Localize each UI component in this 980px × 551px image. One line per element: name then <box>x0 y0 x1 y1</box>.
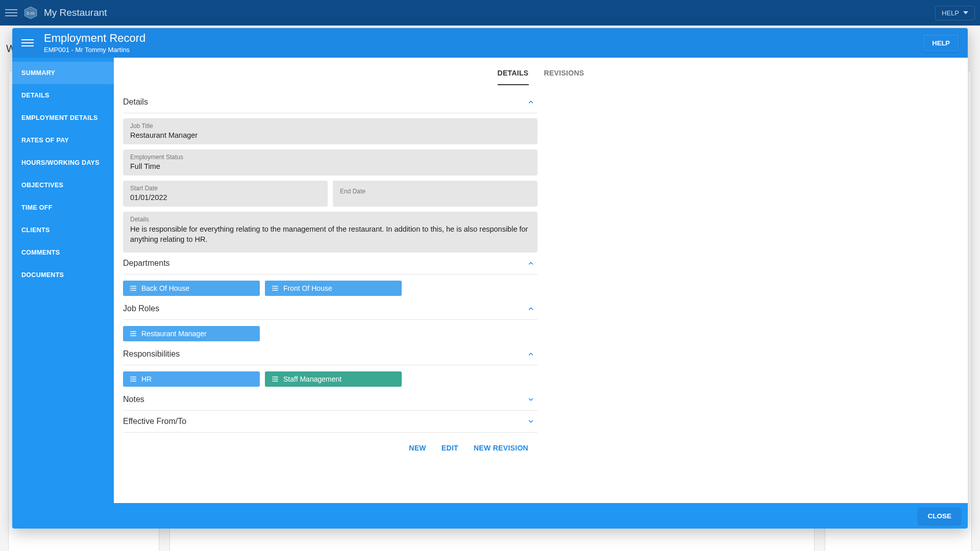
svg-text:b·m: b·m <box>27 11 35 16</box>
form-area: Details Job Title Restaurant Manager Emp… <box>114 85 537 457</box>
sidebar-item-time-off[interactable]: TIME OFF <box>12 196 114 219</box>
section-header-job-roles[interactable]: Job Roles <box>123 298 537 320</box>
close-button[interactable]: CLOSE <box>918 508 961 524</box>
value-details-text: He is responsible for everything relatin… <box>130 224 530 247</box>
label-job-title: Job Title <box>130 122 530 130</box>
chip-label: Front Of House <box>283 284 332 292</box>
sidebar-item-comments[interactable]: COMMENTS <box>12 241 114 264</box>
chips-departments: Back Of House Front Of House <box>123 281 537 296</box>
list-icon <box>271 375 279 383</box>
app-logo-icon: b·m <box>23 6 38 20</box>
label-details-text: Details <box>130 216 530 223</box>
chip-job-role[interactable]: Restaurant Manager <box>123 326 260 341</box>
section-title-effective: Effective From/To <box>123 417 186 426</box>
list-icon <box>129 375 137 383</box>
dialog-main: DETAILS REVISIONS Details Job Title Rest… <box>114 58 968 503</box>
list-icon <box>129 330 137 338</box>
section-header-effective[interactable]: Effective From/To <box>123 411 537 433</box>
tab-details[interactable]: DETAILS <box>498 69 529 85</box>
section-title-notes: Notes <box>123 395 144 404</box>
sidebar-item-rates-of-pay[interactable]: RATES OF PAY <box>12 129 114 152</box>
chip-department[interactable]: Front Of House <box>265 281 402 296</box>
sidebar-item-hours-working-days[interactable]: HOURS/WORKING DAYS <box>12 152 114 174</box>
chip-label: Staff Management <box>283 375 341 383</box>
chip-label: HR <box>141 375 152 383</box>
chevron-down-icon <box>527 396 534 403</box>
value-employment-status: Full Time <box>130 162 530 170</box>
employment-record-dialog: Employment Record EMP001 - Mr Tommy Mart… <box>12 28 968 529</box>
label-employment-status: Employment Status <box>130 154 530 161</box>
chip-responsibility[interactable]: Staff Management <box>265 371 402 387</box>
sidebar-item-documents[interactable]: DOCUMENTS <box>12 264 114 286</box>
field-start-date[interactable]: Start Date 01/01/2022 <box>123 181 328 207</box>
section-header-notes[interactable]: Notes <box>123 389 537 411</box>
tab-revisions[interactable]: REVISIONS <box>544 69 584 85</box>
list-icon <box>271 284 279 292</box>
section-title-job-roles: Job Roles <box>123 304 159 313</box>
dialog-title: Employment Record <box>44 32 145 44</box>
section-title-departments: Departments <box>123 259 170 268</box>
dialog-menu-button[interactable] <box>21 37 34 49</box>
app-help-button[interactable]: HELP <box>935 6 975 20</box>
caret-down-icon <box>963 10 968 15</box>
chevron-down-icon <box>527 418 534 425</box>
field-end-date[interactable]: End Date <box>333 181 537 207</box>
dialog-footer: CLOSE <box>12 503 968 529</box>
app-title: My Restaurant <box>44 7 107 18</box>
chevron-up-icon <box>527 305 534 312</box>
field-employment-status[interactable]: Employment Status Full Time <box>123 149 537 176</box>
chevron-up-icon <box>527 350 534 358</box>
label-end-date: End Date <box>340 185 530 198</box>
sidebar-item-clients[interactable]: CLIENTS <box>12 219 114 241</box>
app-menu-button[interactable] <box>5 7 17 19</box>
list-icon <box>129 284 137 292</box>
chip-label: Back Of House <box>141 284 189 292</box>
new-revision-button[interactable]: NEW REVISION <box>474 444 528 452</box>
app-bar: b·m My Restaurant HELP <box>0 0 980 26</box>
chip-department[interactable]: Back Of House <box>123 281 260 296</box>
chevron-up-icon <box>527 98 534 106</box>
label-start-date: Start Date <box>130 185 321 192</box>
section-title-responsibilities: Responsibilities <box>123 349 180 359</box>
tabs: DETAILS REVISIONS <box>114 58 968 85</box>
dialog-help-button[interactable]: HELP <box>923 35 959 52</box>
edit-button[interactable]: EDIT <box>442 444 458 452</box>
form-actions: NEW EDIT NEW REVISION <box>123 433 537 457</box>
sidebar-item-details[interactable]: DETAILS <box>12 84 114 107</box>
app-help-label: HELP <box>942 9 959 17</box>
svg-marker-2 <box>963 11 968 14</box>
section-header-departments[interactable]: Departments <box>123 253 537 274</box>
section-header-responsibilities[interactable]: Responsibilities <box>123 343 537 365</box>
dialog-header: Employment Record EMP001 - Mr Tommy Mart… <box>12 28 968 58</box>
new-button[interactable]: NEW <box>409 444 426 452</box>
dialog-subtitle: EMP001 - Mr Tommy Martins <box>44 46 145 54</box>
chips-responsibilities: HR Staff Management <box>123 371 537 387</box>
value-job-title: Restaurant Manager <box>130 131 530 139</box>
sidebar-item-objectives[interactable]: OBJECTIVES <box>12 174 114 196</box>
section-title-details: Details <box>123 97 148 107</box>
field-job-title[interactable]: Job Title Restaurant Manager <box>123 118 537 144</box>
field-details-text[interactable]: Details He is responsible for everything… <box>123 212 537 253</box>
chip-label: Restaurant Manager <box>141 330 207 338</box>
chip-responsibility[interactable]: HR <box>123 371 260 387</box>
chips-job-roles: Restaurant Manager <box>123 326 537 341</box>
dialog-sidebar: SUMMARY DETAILS EMPLOYMENT DETAILS RATES… <box>12 58 114 503</box>
sidebar-item-summary[interactable]: SUMMARY <box>12 62 114 84</box>
sidebar-item-employment-details[interactable]: EMPLOYMENT DETAILS <box>12 107 114 129</box>
section-header-details[interactable]: Details <box>123 91 537 113</box>
value-start-date: 01/01/2022 <box>130 193 321 202</box>
chevron-up-icon <box>527 260 534 267</box>
